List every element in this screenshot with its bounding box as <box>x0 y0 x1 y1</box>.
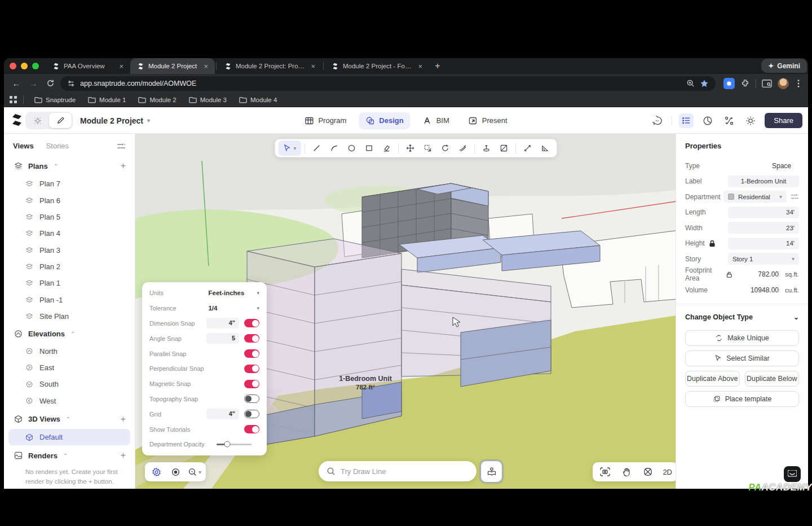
bookmark-star-icon[interactable] <box>700 79 709 88</box>
sidebar-item-south[interactable]: South <box>4 376 135 392</box>
perpendicular-snap-toggle[interactable] <box>244 365 259 373</box>
zoom-tool-icon[interactable]: ▾ <box>188 465 201 479</box>
search-input[interactable] <box>341 467 469 476</box>
minimize-window-button[interactable] <box>21 63 28 69</box>
project-name-menu[interactable]: Module 2 Project ▾ <box>80 107 150 134</box>
share-button[interactable]: Share <box>765 113 802 128</box>
snap-settings-gear-icon[interactable] <box>149 465 163 479</box>
sidebar-item-plan7[interactable]: Plan 7 <box>4 176 135 192</box>
nodes-icon[interactable] <box>722 113 736 128</box>
walkthrough-button[interactable] <box>480 461 502 483</box>
tab-design[interactable]: Design <box>359 112 410 129</box>
bookmark-folder[interactable]: Module 1 <box>83 94 131 106</box>
visibility-icon[interactable] <box>169 465 182 479</box>
browser-tab[interactable]: Module 2 Project - For Sharin × <box>325 58 429 74</box>
back-button[interactable]: ← <box>10 77 23 90</box>
bookmark-folder[interactable]: Module 2 <box>133 94 181 106</box>
sidebar-item-north[interactable]: North <box>4 343 135 359</box>
lock-icon[interactable] <box>709 240 716 247</box>
magnetic-snap-toggle[interactable] <box>244 380 259 388</box>
angle-snap-toggle[interactable] <box>244 334 259 343</box>
chevron-down-icon[interactable]: ▾ <box>198 469 201 475</box>
flip-icon[interactable] <box>454 141 471 156</box>
filter-icon[interactable] <box>117 142 126 150</box>
draw-arc-icon[interactable] <box>326 141 342 156</box>
url-text[interactable]: app.snaptrude.com/model/AOMWOE <box>80 80 681 87</box>
sidebar-item-plan6[interactable]: Plan 6 <box>4 192 135 208</box>
address-bar[interactable]: app.snaptrude.com/model/AOMWOE <box>60 76 716 91</box>
extensions-puzzle-icon[interactable] <box>740 78 750 88</box>
model-canvas[interactable]: 1-Bedroom Unit 782 ft² ▾ <box>135 134 683 489</box>
section-3d-views[interactable]: 3D Views ⌃ + <box>4 409 135 429</box>
tab-stories[interactable]: Stories <box>46 142 69 150</box>
bookmark-folder[interactable]: Module 3 <box>184 94 232 106</box>
protractor-icon[interactable] <box>537 141 553 156</box>
add-plan-button[interactable]: + <box>121 161 126 171</box>
close-icon[interactable]: × <box>202 62 209 71</box>
show-tutorials-toggle[interactable] <box>244 425 259 433</box>
duplicate-below-button[interactable]: Duplicate Below <box>745 371 800 387</box>
sidebar-item-default-3d-view[interactable]: Default <box>8 429 130 445</box>
extension-gear-icon[interactable] <box>723 78 735 89</box>
section-renders[interactable]: Renders ⌃ + <box>4 445 135 465</box>
department-dropdown[interactable]: Residential ▾ <box>723 191 787 203</box>
side-panel-icon[interactable] <box>762 79 772 88</box>
reload-button[interactable] <box>43 77 57 90</box>
apps-grid-icon[interactable] <box>10 96 17 104</box>
tab-bim[interactable]: BIM <box>416 112 456 129</box>
tab-present[interactable]: Present <box>462 112 514 129</box>
parallel-snap-toggle[interactable] <box>244 349 259 358</box>
close-window-button[interactable] <box>10 63 16 69</box>
capture-view-icon[interactable] <box>598 465 612 479</box>
help-chat-button[interactable] <box>784 466 801 482</box>
close-icon[interactable]: × <box>417 62 423 71</box>
bookmark-folder[interactable]: Module 4 <box>234 94 282 106</box>
place-template-button[interactable]: Place template <box>685 391 799 407</box>
sidebar-item-siteplan[interactable]: Site Plan <box>4 308 135 325</box>
sidebar-item-plan3[interactable]: Plan 3 <box>4 242 135 258</box>
pie-chart-icon[interactable] <box>700 113 715 128</box>
rotate-icon[interactable] <box>437 141 453 156</box>
draw-rectangle-icon[interactable] <box>361 141 377 156</box>
extrude-icon[interactable] <box>478 141 495 156</box>
zoom-page-icon[interactable] <box>686 79 695 87</box>
close-icon[interactable]: × <box>310 62 316 71</box>
story-dropdown[interactable]: Story 1 ▾ <box>728 253 799 265</box>
department-opacity-slider[interactable] <box>217 444 251 445</box>
grid-toggle[interactable] <box>244 410 259 418</box>
copy-icon[interactable] <box>420 141 436 156</box>
sidebar-item-plan5[interactable]: Plan 5 <box>4 209 135 225</box>
new-tab-button[interactable]: + <box>429 60 446 72</box>
dimension-snap-toggle[interactable] <box>244 319 259 327</box>
chevron-down-icon[interactable]: ▾ <box>257 305 259 311</box>
select-similar-button[interactable]: Select Similar <box>685 350 799 366</box>
label-input[interactable]: 1-Bedroom Unit <box>728 176 799 187</box>
setting-tolerance[interactable]: Tolerance 1/4 ▾ <box>142 301 267 316</box>
make-unique-button[interactable]: Make Unique <box>685 330 799 346</box>
forward-button[interactable]: → <box>27 77 40 90</box>
2d-toggle-button[interactable]: 2D <box>663 468 672 476</box>
tab-program[interactable]: Program <box>298 112 353 129</box>
menu-kebab-icon[interactable] <box>795 80 802 87</box>
width-input[interactable]: 23' <box>728 222 799 234</box>
section-plans[interactable]: Plans ⌃ + <box>4 156 135 176</box>
comments-icon[interactable] <box>650 113 665 128</box>
browser-tab[interactable]: Module 2 Project: Program × <box>218 58 322 74</box>
angle-snap-input[interactable]: 5 <box>206 333 239 344</box>
section-elevations[interactable]: Elevations ⌃ <box>4 325 135 343</box>
grid-size-input[interactable]: 4" <box>206 409 239 419</box>
duplicate-above-button[interactable]: Duplicate Above <box>685 371 740 387</box>
setting-units[interactable]: Units Feet-inches ▾ <box>142 286 267 301</box>
sidebar-item-plan-minus1[interactable]: Plan -1 <box>4 292 135 308</box>
sidebar-item-plan4[interactable]: Plan 4 <box>4 225 135 242</box>
close-icon[interactable]: × <box>118 62 125 71</box>
pan-hand-icon[interactable] <box>620 465 633 479</box>
select-tool-icon[interactable]: ▾ <box>279 141 301 156</box>
chevron-down-icon[interactable]: ▾ <box>257 290 259 296</box>
brightness-icon[interactable] <box>743 113 758 128</box>
sidebar-item-west[interactable]: West <box>4 393 135 409</box>
add-3d-view-button[interactable]: + <box>121 414 126 424</box>
move-icon[interactable] <box>402 141 418 156</box>
height-input[interactable]: 14' <box>728 238 799 249</box>
dimension-icon[interactable] <box>519 141 536 156</box>
